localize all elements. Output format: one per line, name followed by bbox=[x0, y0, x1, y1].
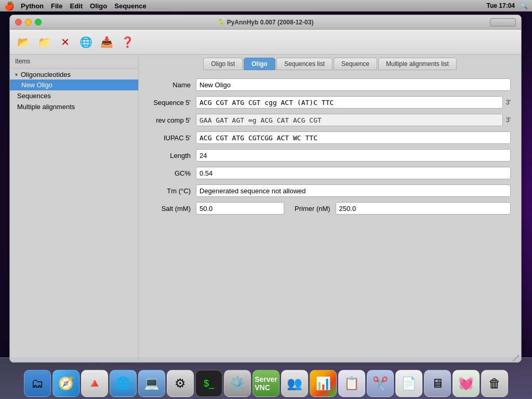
window-title: 🐍 PyAnnHyb 0.007 (2008-12-03) bbox=[218, 19, 314, 26]
length-value: 24 bbox=[196, 149, 511, 162]
main-content: Items ▼ Oligonucleotides New Oligo Seque… bbox=[10, 55, 521, 362]
tm-label: Tm (°C) bbox=[149, 187, 196, 195]
content-panel: Oligo list Oligo Sequences list Sequence… bbox=[139, 55, 521, 362]
sidebar-item-sequences[interactable]: Sequences bbox=[10, 90, 138, 101]
dock: 🗂 🧭 🔺 🌐 💻 ⚙ $_ ⚙️ ServerVNC 👥 📊 📋 ✂️ 📄 🖥… bbox=[0, 357, 532, 399]
form-area: Name Sequence 5' 3' rev comp 5' 3' bbox=[139, 70, 521, 362]
gc-value: 0.54 bbox=[196, 167, 511, 179]
gc-row: GC% 0.54 bbox=[149, 167, 511, 179]
name-input[interactable] bbox=[196, 78, 511, 91]
name-row: Name bbox=[149, 78, 511, 91]
sequence-row: Sequence 5' 3' bbox=[149, 96, 511, 109]
sequence-suffix: 3' bbox=[503, 99, 511, 106]
sidebar-item-multiple-alignments[interactable]: Multiple alignments bbox=[10, 101, 138, 112]
tm-value: Degenerated sequence not allowed bbox=[196, 184, 511, 197]
multiple-alignments-label: Multiple alignments bbox=[17, 103, 75, 111]
tm-row: Tm (°C) Degenerated sequence not allowed bbox=[149, 184, 511, 197]
primer-label: Primer (nM) bbox=[284, 205, 336, 212]
dock-scissors[interactable]: ✂️ bbox=[367, 370, 394, 397]
menu-edit[interactable]: Edit bbox=[70, 2, 83, 10]
minimize-button[interactable] bbox=[25, 19, 32, 25]
dock-settings[interactable]: ⚙️ bbox=[224, 370, 251, 397]
dock-safari[interactable]: 🧭 bbox=[52, 370, 79, 397]
app-icon: 🐍 bbox=[218, 19, 225, 25]
dock-computer[interactable]: 💻 bbox=[138, 370, 165, 397]
menu-sequence[interactable]: Sequence bbox=[114, 2, 146, 10]
revcomp-label: rev comp 5' bbox=[149, 116, 196, 124]
tab-oligo[interactable]: Oligo bbox=[244, 58, 275, 70]
apple-menu[interactable]: 🍎 bbox=[4, 1, 15, 11]
gc-label: GC% bbox=[149, 169, 196, 177]
folder-button[interactable]: 📁 bbox=[35, 33, 54, 51]
tabs-bar: Oligo list Oligo Sequences list Sequence… bbox=[139, 55, 521, 70]
sequence-label: Sequence 5' bbox=[149, 99, 196, 107]
sidebar: Items ▼ Oligonucleotides New Oligo Seque… bbox=[10, 55, 139, 362]
import-button[interactable]: 📥 bbox=[97, 33, 116, 51]
menubar-time: Tue 17:04 bbox=[487, 2, 515, 9]
tab-multiple-alignments-list[interactable]: Multiple alignments list bbox=[378, 58, 457, 70]
toolbar: 📂 📁 ✕ 🌐 📥 ❓ bbox=[10, 30, 521, 55]
expand-triangle-icon: ▼ bbox=[14, 72, 19, 77]
open-folder-button[interactable]: 📂 bbox=[14, 33, 33, 51]
primer-input[interactable] bbox=[336, 202, 511, 215]
dock-network[interactable]: 🌐 bbox=[110, 370, 137, 397]
salt-input[interactable] bbox=[196, 202, 284, 215]
sidebar-header: Items bbox=[10, 55, 138, 69]
sidebar-item-new-oligo[interactable]: New Oligo bbox=[10, 79, 138, 90]
name-label: Name bbox=[149, 81, 196, 89]
dock-heartbeat[interactable]: 💓 bbox=[453, 370, 480, 397]
menu-python[interactable]: Python bbox=[21, 2, 44, 10]
dock-monitor[interactable]: 🖥 bbox=[424, 370, 451, 397]
dock-database[interactable]: ⚙ bbox=[167, 370, 194, 397]
dock-document[interactable]: 📄 bbox=[395, 370, 422, 397]
salt-label: Salt (mM) bbox=[149, 205, 196, 212]
title-bar: 🐍 PyAnnHyb 0.007 (2008-12-03) bbox=[10, 15, 521, 30]
dock-trash[interactable]: 🗑 bbox=[481, 370, 508, 397]
dock-item-3[interactable]: 🔺 bbox=[81, 370, 108, 397]
tab-oligo-list[interactable]: Oligo list bbox=[203, 58, 243, 70]
dock-finder[interactable]: 🗂 bbox=[24, 370, 51, 397]
menu-file[interactable]: File bbox=[51, 2, 62, 10]
sequences-label: Sequences bbox=[17, 92, 51, 100]
menubar-right: Tue 17:04 🔍 bbox=[487, 2, 528, 9]
iupac-row: IUPAC 5' ACG CGT ATG CGTCGG ACT WC TTC bbox=[149, 131, 511, 144]
dock-chart[interactable]: 📊 bbox=[310, 370, 337, 397]
dock-server[interactable]: ServerVNC bbox=[252, 370, 280, 397]
oligonucleotides-label: Oligonucleotides bbox=[21, 71, 71, 78]
tab-sequences-list[interactable]: Sequences list bbox=[276, 58, 332, 70]
delete-button[interactable]: ✕ bbox=[56, 33, 74, 51]
menu-oligo[interactable]: Oligo bbox=[90, 2, 107, 10]
traffic-lights bbox=[15, 19, 42, 25]
desktop: 🍎 Python File Edit Oligo Sequence Tue 17… bbox=[0, 0, 532, 399]
salt-primer-row: Salt (mM) Primer (nM) bbox=[149, 202, 511, 215]
length-label: Length bbox=[149, 152, 196, 159]
zoom-button[interactable] bbox=[35, 19, 42, 25]
resize-button[interactable] bbox=[490, 18, 516, 26]
search-icon[interactable]: 🔍 bbox=[520, 2, 528, 9]
app-window: 🐍 PyAnnHyb 0.007 (2008-12-03) 📂 📁 ✕ 🌐 📥 … bbox=[9, 15, 522, 363]
help-button[interactable]: ❓ bbox=[118, 33, 137, 51]
new-oligo-label: New Oligo bbox=[21, 81, 52, 89]
close-button[interactable] bbox=[15, 19, 22, 25]
revcomp-suffix: 3' bbox=[503, 116, 511, 124]
iupac-value: ACG CGT ATG CGTCGG ACT WC TTC bbox=[196, 131, 511, 144]
revcomp-row: rev comp 5' 3' bbox=[149, 114, 511, 126]
dock-terminal[interactable]: $_ bbox=[195, 370, 222, 397]
sidebar-item-oligonucleotides[interactable]: ▼ Oligonucleotides bbox=[10, 69, 138, 79]
dock-wave[interactable]: 📋 bbox=[338, 370, 365, 397]
length-row: Length 24 bbox=[149, 149, 511, 162]
iupac-label: IUPAC 5' bbox=[149, 134, 196, 142]
tab-sequence[interactable]: Sequence bbox=[334, 58, 377, 70]
network-button[interactable]: 🌐 bbox=[76, 33, 95, 51]
menubar: 🍎 Python File Edit Oligo Sequence Tue 17… bbox=[0, 0, 532, 11]
dock-people[interactable]: 👥 bbox=[281, 370, 308, 397]
revcomp-input bbox=[196, 114, 503, 126]
sequence-input[interactable] bbox=[196, 96, 503, 109]
